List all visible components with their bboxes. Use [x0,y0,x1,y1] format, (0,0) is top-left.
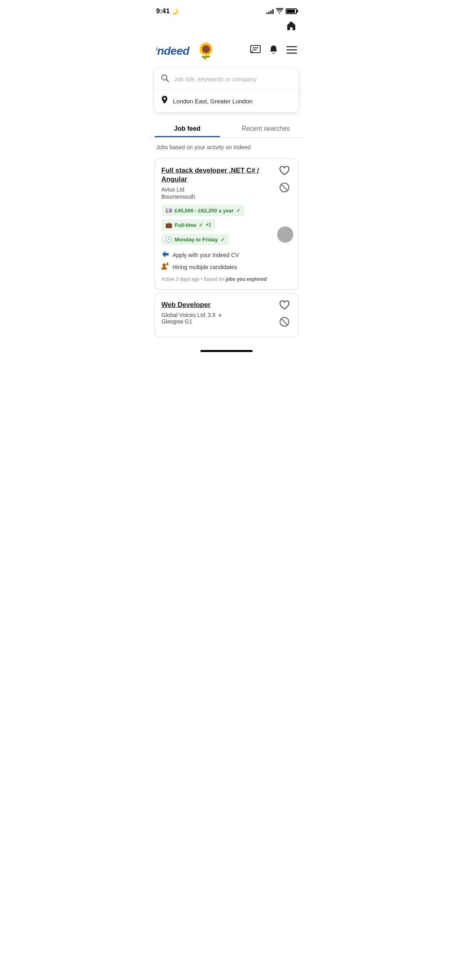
hiring-icon [161,263,169,272]
employment-type-text: Full-time [175,222,196,228]
job-title-block-1: Full stack developer .NET C# / Angular A… [161,166,274,205]
company-logo-placeholder [277,226,293,243]
employment-tag: 💼 Full-time ✓ +1 [161,219,215,231]
signal-icon [266,8,274,14]
job-footer-text: Active 3 days ago • Based on [161,276,226,282]
apply-cv-icon [161,251,169,259]
job-company-2: Global Voices Ltd [161,312,205,318]
salary-text: £45,500 - £62,250 a year [175,208,234,214]
svg-line-17 [281,319,288,325]
home-button-icon[interactable] [286,20,297,34]
salary-check-icon: ✓ [236,208,241,214]
employment-tag-row: 💼 Full-time ✓ +1 [161,219,292,231]
svg-line-7 [167,80,169,82]
job-title-1[interactable]: Full stack developer .NET C# / Angular [161,166,274,184]
schedule-tag: 🕐 Monday to Friday ✓ [161,234,229,245]
card-body-1: Apply with your Indeed CV Hiring multipl… [161,251,292,272]
message-icon[interactable] [250,45,261,57]
hiring-text: Hiring multiple candidates [173,264,237,270]
briefcase-icon: 💼 [165,222,172,228]
apply-cv-row: Apply with your Indeed CV [161,251,292,259]
search-row[interactable]: Job title, keywords or company [154,68,299,90]
svg-line-10 [281,184,288,191]
job-actions-1 [277,166,292,195]
hiring-row: Hiring multiple candidates [161,263,292,272]
salary-icon: 💷 [165,207,172,214]
tab-recent-searches-label: Recent searches [241,125,290,132]
apply-cv-text: Apply with your Indeed CV [173,252,239,258]
dismiss-job-button-2[interactable] [279,317,290,329]
job-footer-1: Active 3 days ago • Based on jobs you ex… [161,276,292,282]
save-job-button-1[interactable] [279,166,290,178]
header: indeed 🌻 [148,38,305,65]
status-time: 9:41 🌙 [156,7,178,15]
menu-icon[interactable] [286,46,297,56]
tab-recent-searches[interactable]: Recent searches [226,119,305,137]
tags-section-1: 💷 £45,500 - £62,250 a year ✓ 💼 Full-time… [161,205,292,245]
schedule-text: Monday to Friday [175,237,218,243]
logo-text: indeed [156,45,189,58]
location-text: London East, Greater London [173,98,253,105]
tab-job-feed-label: Job feed [174,125,201,132]
job-title-2[interactable]: Web Developer [161,301,274,309]
indeed-logo[interactable]: indeed [156,45,189,58]
home-bar [200,350,253,352]
clock-icon: 🕐 [165,236,172,243]
clock-time: 9:41 [156,7,170,15]
sunflower-icon: 🌻 [196,41,216,60]
job-footer-bold: jobs you explored [226,276,267,282]
header-icons [250,45,297,58]
job-title-block-2: Web Developer Global Voices Ltd 3.9 ★ Gl… [161,301,274,329]
location-pin-icon [161,96,168,107]
activity-description: Jobs based on your activity on Indeed [148,138,305,155]
svg-point-12 [163,264,166,267]
save-job-button-2[interactable] [279,301,290,313]
home-indicator [148,345,305,355]
star-icon: ★ [218,312,222,318]
tab-job-feed[interactable]: Job feed [148,119,226,137]
svg-point-8 [164,98,166,100]
tabs: Job feed Recent searches [148,119,305,138]
job-location-2: Glasgow G1 [161,318,274,325]
status-bar: 9:41 🌙 [148,0,305,20]
status-icons [266,8,297,15]
employment-check-icon: ✓ [199,222,203,228]
search-icon [161,74,169,84]
job-company-1: Avius Ltd [161,186,274,193]
salary-tag: 💷 £45,500 - £62,250 a year ✓ [161,205,245,216]
search-container: Job title, keywords or company London Ea… [154,68,299,112]
company-rating-number: 3.9 [208,312,215,318]
location-row[interactable]: London East, Greater London [154,90,299,112]
job-card-1[interactable]: Full stack developer .NET C# / Angular A… [154,159,299,290]
moon-icon: 🌙 [171,8,178,14]
svg-marker-11 [162,251,169,257]
job-actions-2 [277,301,292,329]
job-location-1: Bournemouth [161,194,274,200]
wifi-icon [276,8,283,15]
battery-icon [286,8,297,14]
job-card-header-1: Full stack developer .NET C# / Angular A… [161,166,292,205]
dismiss-job-button-1[interactable] [279,182,290,195]
schedule-check-icon: ✓ [220,237,225,243]
bell-icon[interactable] [269,45,278,58]
employment-plus: +1 [206,222,211,228]
job-card-2[interactable]: Web Developer Global Voices Ltd 3.9 ★ Gl… [154,293,299,337]
search-placeholder: Job title, keywords or company [174,76,257,82]
job-card-header-2: Web Developer Global Voices Ltd 3.9 ★ Gl… [161,301,292,329]
company-rating-2: Global Voices Ltd 3.9 ★ [161,312,274,318]
apply-section: Apply with your Indeed CV Hiring multipl… [161,251,292,272]
home-icon-bar [148,20,305,38]
